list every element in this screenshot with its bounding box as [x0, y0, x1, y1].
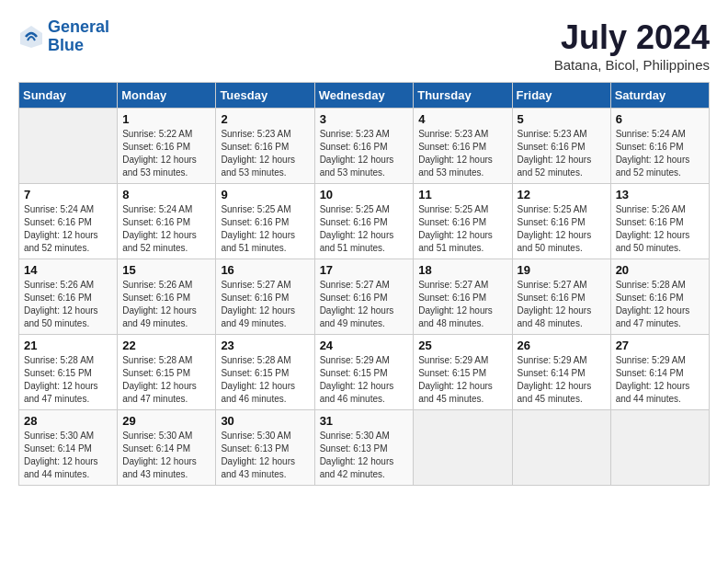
logo: General Blue	[18, 18, 109, 55]
day-info: Sunrise: 5:30 AM Sunset: 6:13 PM Dayligh…	[221, 430, 309, 481]
day-info: Sunrise: 5:27 AM Sunset: 6:16 PM Dayligh…	[518, 279, 606, 330]
column-header-saturday: Saturday	[610, 83, 709, 109]
day-number: 12	[518, 188, 606, 201]
location-subtitle: Batana, Bicol, Philippines	[554, 57, 710, 73]
page-header: General Blue July 2024 Batana, Bicol, Ph…	[18, 18, 710, 73]
day-info: Sunrise: 5:24 AM Sunset: 6:16 PM Dayligh…	[122, 203, 210, 255]
day-info: Sunrise: 5:26 AM Sunset: 6:16 PM Dayligh…	[24, 279, 112, 330]
day-number: 22	[122, 339, 210, 352]
day-number: 10	[320, 188, 409, 201]
column-header-monday: Monday	[118, 83, 216, 109]
calendar-cell	[19, 109, 118, 184]
calendar-cell: 27Sunrise: 5:29 AM Sunset: 6:14 PM Dayli…	[610, 335, 709, 410]
column-header-wednesday: Wednesday	[314, 83, 414, 109]
column-header-tuesday: Tuesday	[216, 83, 314, 109]
calendar-week-row: 1Sunrise: 5:22 AM Sunset: 6:16 PM Daylig…	[19, 109, 710, 184]
day-number: 20	[616, 263, 704, 277]
day-info: Sunrise: 5:22 AM Sunset: 6:16 PM Dayligh…	[122, 128, 210, 179]
day-info: Sunrise: 5:27 AM Sunset: 6:16 PM Dayligh…	[221, 279, 309, 330]
calendar-week-row: 7Sunrise: 5:24 AM Sunset: 6:16 PM Daylig…	[19, 184, 710, 259]
calendar-cell: 30Sunrise: 5:30 AM Sunset: 6:13 PM Dayli…	[216, 410, 314, 486]
day-info: Sunrise: 5:28 AM Sunset: 6:15 PM Dayligh…	[221, 354, 309, 406]
calendar-cell: 24Sunrise: 5:29 AM Sunset: 6:15 PM Dayli…	[314, 335, 414, 410]
column-header-sunday: Sunday	[19, 83, 118, 109]
calendar-cell: 26Sunrise: 5:29 AM Sunset: 6:14 PM Dayli…	[512, 335, 610, 410]
day-number: 13	[616, 188, 704, 201]
day-number: 29	[122, 414, 210, 428]
calendar-cell: 29Sunrise: 5:30 AM Sunset: 6:14 PM Dayli…	[118, 410, 216, 486]
day-info: Sunrise: 5:24 AM Sunset: 6:16 PM Dayligh…	[24, 203, 112, 255]
calendar-cell: 25Sunrise: 5:29 AM Sunset: 6:15 PM Dayli…	[414, 335, 512, 410]
day-number: 27	[616, 339, 704, 352]
day-info: Sunrise: 5:25 AM Sunset: 6:16 PM Dayligh…	[320, 203, 409, 255]
day-number: 4	[418, 112, 506, 126]
day-number: 28	[24, 414, 112, 428]
calendar-cell: 14Sunrise: 5:26 AM Sunset: 6:16 PM Dayli…	[19, 259, 118, 335]
calendar-cell: 11Sunrise: 5:25 AM Sunset: 6:16 PM Dayli…	[414, 184, 512, 259]
day-number: 7	[24, 188, 112, 201]
day-info: Sunrise: 5:29 AM Sunset: 6:14 PM Dayligh…	[518, 354, 606, 406]
day-info: Sunrise: 5:29 AM Sunset: 6:14 PM Dayligh…	[616, 354, 704, 406]
logo-icon	[18, 24, 44, 50]
day-info: Sunrise: 5:28 AM Sunset: 6:15 PM Dayligh…	[122, 354, 210, 406]
calendar-table: SundayMondayTuesdayWednesdayThursdayFrid…	[18, 82, 710, 486]
day-number: 21	[24, 339, 112, 352]
day-info: Sunrise: 5:29 AM Sunset: 6:15 PM Dayligh…	[320, 354, 409, 406]
day-info: Sunrise: 5:30 AM Sunset: 6:14 PM Dayligh…	[122, 430, 210, 481]
day-number: 14	[24, 263, 112, 277]
calendar-cell: 10Sunrise: 5:25 AM Sunset: 6:16 PM Dayli…	[314, 184, 414, 259]
day-number: 31	[320, 414, 409, 428]
calendar-week-row: 21Sunrise: 5:28 AM Sunset: 6:15 PM Dayli…	[19, 335, 710, 410]
day-info: Sunrise: 5:30 AM Sunset: 6:13 PM Dayligh…	[320, 430, 409, 481]
day-info: Sunrise: 5:29 AM Sunset: 6:15 PM Dayligh…	[418, 354, 506, 406]
day-number: 8	[122, 188, 210, 201]
day-number: 3	[320, 112, 409, 126]
calendar-cell: 28Sunrise: 5:30 AM Sunset: 6:14 PM Dayli…	[19, 410, 118, 486]
day-info: Sunrise: 5:23 AM Sunset: 6:16 PM Dayligh…	[518, 128, 606, 179]
day-info: Sunrise: 5:24 AM Sunset: 6:16 PM Dayligh…	[616, 128, 704, 179]
calendar-cell: 9Sunrise: 5:25 AM Sunset: 6:16 PM Daylig…	[216, 184, 314, 259]
day-info: Sunrise: 5:23 AM Sunset: 6:16 PM Dayligh…	[418, 128, 506, 179]
calendar-cell: 23Sunrise: 5:28 AM Sunset: 6:15 PM Dayli…	[216, 335, 314, 410]
day-number: 17	[320, 263, 409, 277]
day-number: 15	[122, 263, 210, 277]
calendar-cell: 8Sunrise: 5:24 AM Sunset: 6:16 PM Daylig…	[118, 184, 216, 259]
calendar-cell	[414, 410, 512, 486]
calendar-cell: 4Sunrise: 5:23 AM Sunset: 6:16 PM Daylig…	[414, 109, 512, 184]
day-number: 11	[418, 188, 506, 201]
calendar-cell: 18Sunrise: 5:27 AM Sunset: 6:16 PM Dayli…	[414, 259, 512, 335]
day-info: Sunrise: 5:25 AM Sunset: 6:16 PM Dayligh…	[418, 203, 506, 255]
day-number: 19	[518, 263, 606, 277]
day-number: 24	[320, 339, 409, 352]
day-number: 2	[221, 112, 309, 126]
day-info: Sunrise: 5:30 AM Sunset: 6:14 PM Dayligh…	[24, 430, 112, 481]
calendar-cell: 7Sunrise: 5:24 AM Sunset: 6:16 PM Daylig…	[19, 184, 118, 259]
calendar-cell: 22Sunrise: 5:28 AM Sunset: 6:15 PM Dayli…	[118, 335, 216, 410]
logo-text: General Blue	[48, 18, 109, 55]
day-number: 30	[221, 414, 309, 428]
calendar-week-row: 28Sunrise: 5:30 AM Sunset: 6:14 PM Dayli…	[19, 410, 710, 486]
day-number: 9	[221, 188, 309, 201]
day-number: 26	[518, 339, 606, 352]
day-number: 1	[122, 112, 210, 126]
calendar-cell: 21Sunrise: 5:28 AM Sunset: 6:15 PM Dayli…	[19, 335, 118, 410]
day-info: Sunrise: 5:25 AM Sunset: 6:16 PM Dayligh…	[518, 203, 606, 255]
day-number: 23	[221, 339, 309, 352]
calendar-cell: 13Sunrise: 5:26 AM Sunset: 6:16 PM Dayli…	[610, 184, 709, 259]
calendar-cell: 2Sunrise: 5:23 AM Sunset: 6:16 PM Daylig…	[216, 109, 314, 184]
day-number: 16	[221, 263, 309, 277]
calendar-cell: 16Sunrise: 5:27 AM Sunset: 6:16 PM Dayli…	[216, 259, 314, 335]
calendar-cell	[610, 410, 709, 486]
calendar-cell: 15Sunrise: 5:26 AM Sunset: 6:16 PM Dayli…	[118, 259, 216, 335]
day-info: Sunrise: 5:26 AM Sunset: 6:16 PM Dayligh…	[616, 203, 704, 255]
day-info: Sunrise: 5:28 AM Sunset: 6:15 PM Dayligh…	[24, 354, 112, 406]
calendar-cell: 20Sunrise: 5:28 AM Sunset: 6:16 PM Dayli…	[610, 259, 709, 335]
day-number: 18	[418, 263, 506, 277]
day-info: Sunrise: 5:23 AM Sunset: 6:16 PM Dayligh…	[320, 128, 409, 179]
calendar-cell: 6Sunrise: 5:24 AM Sunset: 6:16 PM Daylig…	[610, 109, 709, 184]
day-info: Sunrise: 5:27 AM Sunset: 6:16 PM Dayligh…	[320, 279, 409, 330]
calendar-cell	[512, 410, 610, 486]
column-header-thursday: Thursday	[414, 83, 512, 109]
calendar-cell: 31Sunrise: 5:30 AM Sunset: 6:13 PM Dayli…	[314, 410, 414, 486]
calendar-week-row: 14Sunrise: 5:26 AM Sunset: 6:16 PM Dayli…	[19, 259, 710, 335]
